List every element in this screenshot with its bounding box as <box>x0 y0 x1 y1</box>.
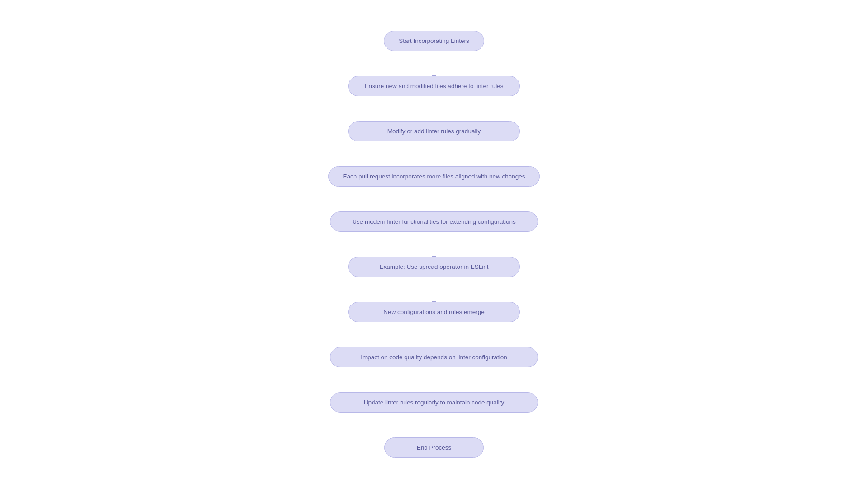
connector-4 <box>434 232 434 257</box>
node-step1-label: Ensure new and modified files adhere to … <box>365 83 504 89</box>
flowchart: Start Incorporating Linters Ensure new a… <box>328 31 540 458</box>
connector-2 <box>434 141 434 166</box>
node-step5: Example: Use spread operator in ESLint <box>348 257 520 277</box>
node-start: Start Incorporating Linters <box>384 31 484 51</box>
node-step2-label: Modify or add linter rules gradually <box>387 128 481 135</box>
node-step2: Modify or add linter rules gradually <box>348 121 520 141</box>
node-end: End Process <box>384 437 484 458</box>
node-end-label: End Process <box>417 444 452 451</box>
node-step8-label: Update linter rules regularly to maintai… <box>364 399 505 406</box>
node-start-label: Start Incorporating Linters <box>399 38 469 44</box>
node-step3-label: Each pull request incorporates more file… <box>343 173 525 180</box>
node-step4-label: Use modern linter functionalities for ex… <box>352 218 516 225</box>
connector-3 <box>434 187 434 211</box>
node-step6-label: New configurations and rules emerge <box>383 309 485 315</box>
node-step4: Use modern linter functionalities for ex… <box>330 211 538 232</box>
node-step6: New configurations and rules emerge <box>348 302 520 322</box>
connector-0 <box>434 51 434 76</box>
connector-1 <box>434 96 434 121</box>
connector-7 <box>434 367 434 392</box>
node-step1: Ensure new and modified files adhere to … <box>348 76 520 96</box>
node-step3: Each pull request incorporates more file… <box>328 166 540 187</box>
connector-5 <box>434 277 434 302</box>
node-step7-label: Impact on code quality depends on linter… <box>361 354 507 361</box>
connector-8 <box>434 413 434 437</box>
node-step7: Impact on code quality depends on linter… <box>330 347 538 367</box>
node-step8: Update linter rules regularly to maintai… <box>330 392 538 413</box>
node-step5-label: Example: Use spread operator in ESLint <box>380 263 489 270</box>
connector-6 <box>434 322 434 347</box>
